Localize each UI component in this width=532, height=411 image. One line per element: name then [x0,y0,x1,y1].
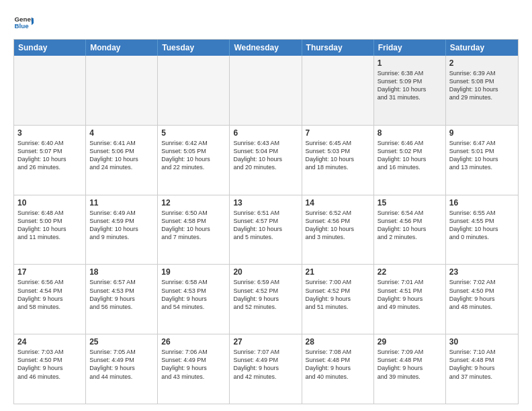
calendar-cell: 8Sunrise: 6:46 AM Sunset: 5:02 PM Daylig… [374,126,446,195]
day-info: Sunrise: 6:58 AM Sunset: 4:53 PM Dayligh… [161,278,226,311]
calendar-cell: 7Sunrise: 6:45 AM Sunset: 5:03 PM Daylig… [302,126,374,195]
day-info: Sunrise: 6:38 AM Sunset: 5:09 PM Dayligh… [378,69,442,102]
calendar-cell: 2Sunrise: 6:39 AM Sunset: 5:08 PM Daylig… [446,56,518,125]
calendar-cell [302,56,374,125]
weekday-header: Sunday [14,40,86,56]
day-info: Sunrise: 6:54 AM Sunset: 4:56 PM Dayligh… [378,209,442,242]
day-number: 22 [378,267,442,277]
calendar-cell [158,56,230,125]
day-number: 6 [233,128,298,138]
day-info: Sunrise: 6:45 AM Sunset: 5:03 PM Dayligh… [306,139,370,172]
calendar-row: 24Sunrise: 7:03 AM Sunset: 4:50 PM Dayli… [14,334,518,404]
calendar-cell [14,56,86,125]
calendar-cell: 30Sunrise: 7:10 AM Sunset: 4:48 PM Dayli… [446,334,518,404]
day-info: Sunrise: 7:07 AM Sunset: 4:49 PM Dayligh… [233,348,298,381]
day-number: 14 [306,198,370,208]
calendar-cell: 9Sunrise: 6:47 AM Sunset: 5:01 PM Daylig… [446,126,518,195]
day-number: 16 [449,198,515,208]
day-number: 7 [306,128,370,138]
svg-text:General: General [15,15,34,23]
day-info: Sunrise: 6:57 AM Sunset: 4:53 PM Dayligh… [89,278,154,311]
calendar-cell: 6Sunrise: 6:43 AM Sunset: 5:04 PM Daylig… [230,126,302,195]
calendar-cell: 23Sunrise: 7:02 AM Sunset: 4:50 PM Dayli… [446,265,518,334]
calendar-cell: 24Sunrise: 7:03 AM Sunset: 4:50 PM Dayli… [14,334,86,404]
day-number: 18 [89,267,154,277]
calendar-cell: 18Sunrise: 6:57 AM Sunset: 4:53 PM Dayli… [86,265,158,334]
logo-icon: General Blue [13,12,34,32]
calendar: SundayMondayTuesdayWednesdayThursdayFrid… [13,39,519,404]
header: General Blue [13,12,519,32]
calendar-cell: 25Sunrise: 7:05 AM Sunset: 4:49 PM Dayli… [86,334,158,404]
day-info: Sunrise: 7:00 AM Sunset: 4:52 PM Dayligh… [306,278,370,311]
page: General Blue SundayMondayTuesdayWednesda… [0,0,532,411]
calendar-row: 17Sunrise: 6:56 AM Sunset: 4:54 PM Dayli… [14,264,518,334]
day-info: Sunrise: 6:43 AM Sunset: 5:04 PM Dayligh… [233,139,298,172]
calendar-cell: 3Sunrise: 6:40 AM Sunset: 5:07 PM Daylig… [14,126,86,195]
day-number: 29 [378,337,442,347]
day-number: 3 [17,128,82,138]
calendar-cell [230,56,302,125]
day-number: 20 [233,267,298,277]
day-number: 26 [161,337,226,347]
calendar-cell: 14Sunrise: 6:52 AM Sunset: 4:56 PM Dayli… [302,195,374,265]
day-number: 27 [233,337,298,347]
day-info: Sunrise: 6:48 AM Sunset: 5:00 PM Dayligh… [17,209,82,242]
day-number: 21 [306,267,370,277]
calendar-cell [86,56,158,125]
calendar-cell: 12Sunrise: 6:50 AM Sunset: 4:58 PM Dayli… [158,195,230,265]
calendar-cell: 21Sunrise: 7:00 AM Sunset: 4:52 PM Dayli… [302,265,374,334]
calendar-cell: 17Sunrise: 6:56 AM Sunset: 4:54 PM Dayli… [14,265,86,334]
calendar-cell: 1Sunrise: 6:38 AM Sunset: 5:09 PM Daylig… [374,56,446,125]
day-number: 1 [378,58,442,68]
calendar-cell: 13Sunrise: 6:51 AM Sunset: 4:57 PM Dayli… [230,195,302,265]
day-info: Sunrise: 6:46 AM Sunset: 5:02 PM Dayligh… [378,139,442,172]
weekday-header: Wednesday [230,40,302,56]
calendar-cell: 29Sunrise: 7:09 AM Sunset: 4:48 PM Dayli… [374,334,446,404]
day-info: Sunrise: 7:08 AM Sunset: 4:48 PM Dayligh… [306,348,370,381]
day-info: Sunrise: 6:55 AM Sunset: 4:55 PM Dayligh… [449,209,515,242]
day-info: Sunrise: 6:52 AM Sunset: 4:56 PM Dayligh… [306,209,370,242]
weekday-header: Saturday [446,40,518,56]
calendar-cell: 16Sunrise: 6:55 AM Sunset: 4:55 PM Dayli… [446,195,518,265]
calendar-cell: 5Sunrise: 6:42 AM Sunset: 5:05 PM Daylig… [158,126,230,195]
day-number: 25 [89,337,154,347]
day-info: Sunrise: 6:40 AM Sunset: 5:07 PM Dayligh… [17,139,82,172]
day-number: 9 [449,128,515,138]
day-info: Sunrise: 6:56 AM Sunset: 4:54 PM Dayligh… [17,278,82,311]
calendar-body: 1Sunrise: 6:38 AM Sunset: 5:09 PM Daylig… [14,56,518,404]
weekday-header: Tuesday [158,40,230,56]
calendar-cell: 19Sunrise: 6:58 AM Sunset: 4:53 PM Dayli… [158,265,230,334]
day-info: Sunrise: 7:03 AM Sunset: 4:50 PM Dayligh… [17,348,82,381]
day-number: 13 [233,198,298,208]
weekday-header: Thursday [302,40,374,56]
calendar-cell: 27Sunrise: 7:07 AM Sunset: 4:49 PM Dayli… [230,334,302,404]
calendar-cell: 11Sunrise: 6:49 AM Sunset: 4:59 PM Dayli… [86,195,158,265]
logo: General Blue [13,12,36,32]
day-number: 4 [89,128,154,138]
day-info: Sunrise: 6:50 AM Sunset: 4:58 PM Dayligh… [161,209,226,242]
day-info: Sunrise: 6:39 AM Sunset: 5:08 PM Dayligh… [449,69,515,102]
day-number: 10 [17,198,82,208]
day-number: 19 [161,267,226,277]
day-info: Sunrise: 6:42 AM Sunset: 5:05 PM Dayligh… [161,139,226,172]
day-number: 28 [306,337,370,347]
weekday-header: Friday [374,40,446,56]
weekday-header: Monday [86,40,158,56]
day-number: 5 [161,128,226,138]
day-number: 11 [89,198,154,208]
calendar-row: 10Sunrise: 6:48 AM Sunset: 5:00 PM Dayli… [14,195,518,265]
day-info: Sunrise: 6:59 AM Sunset: 4:52 PM Dayligh… [233,278,298,311]
day-number: 24 [17,337,82,347]
day-info: Sunrise: 7:01 AM Sunset: 4:51 PM Dayligh… [378,278,442,311]
calendar-cell: 10Sunrise: 6:48 AM Sunset: 5:00 PM Dayli… [14,195,86,265]
day-info: Sunrise: 6:41 AM Sunset: 5:06 PM Dayligh… [89,139,154,172]
calendar-cell: 20Sunrise: 6:59 AM Sunset: 4:52 PM Dayli… [230,265,302,334]
day-number: 17 [17,267,82,277]
day-info: Sunrise: 6:47 AM Sunset: 5:01 PM Dayligh… [449,139,515,172]
day-number: 30 [449,337,515,347]
calendar-header: SundayMondayTuesdayWednesdayThursdayFrid… [14,40,518,56]
day-number: 8 [378,128,442,138]
calendar-cell: 4Sunrise: 6:41 AM Sunset: 5:06 PM Daylig… [86,126,158,195]
day-info: Sunrise: 7:06 AM Sunset: 4:49 PM Dayligh… [161,348,226,381]
day-number: 15 [378,198,442,208]
